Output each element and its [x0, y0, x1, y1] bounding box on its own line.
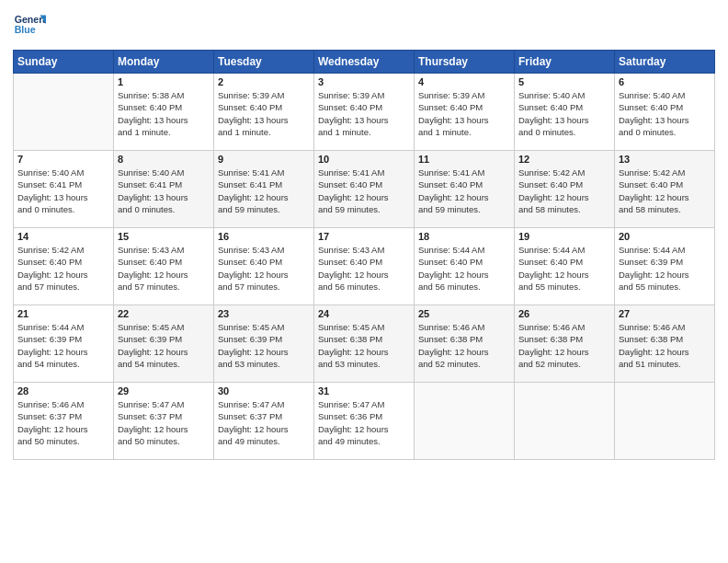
calendar-day-cell: 3Sunrise: 5:39 AM Sunset: 6:40 PM Daylig…	[314, 74, 415, 151]
day-number: 21	[17, 308, 109, 319]
calendar-day-cell: 25Sunrise: 5:46 AM Sunset: 6:38 PM Dayli…	[415, 305, 515, 383]
day-info: Sunrise: 5:43 AM Sunset: 6:40 PM Dayligh…	[218, 244, 310, 293]
calendar-day-cell: 22Sunrise: 5:45 AM Sunset: 6:39 PM Dayli…	[114, 305, 214, 383]
calendar-day-cell: 5Sunrise: 5:40 AM Sunset: 6:40 PM Daylig…	[515, 74, 615, 151]
day-number: 8	[118, 154, 210, 165]
day-info: Sunrise: 5:47 AM Sunset: 6:36 PM Dayligh…	[318, 398, 410, 447]
calendar-day-cell: 24Sunrise: 5:45 AM Sunset: 6:38 PM Dayli…	[314, 305, 415, 383]
day-info: Sunrise: 5:41 AM Sunset: 6:41 PM Dayligh…	[218, 167, 310, 215]
day-info: Sunrise: 5:40 AM Sunset: 6:40 PM Dayligh…	[619, 89, 711, 138]
day-info: Sunrise: 5:45 AM Sunset: 6:39 PM Dayligh…	[118, 321, 210, 370]
day-number: 9	[218, 154, 310, 165]
calendar-day-cell: 12Sunrise: 5:42 AM Sunset: 6:40 PM Dayli…	[515, 151, 615, 228]
calendar-day-cell	[14, 74, 114, 151]
calendar-week-row: 14Sunrise: 5:42 AM Sunset: 6:40 PM Dayli…	[14, 228, 715, 305]
day-number: 6	[619, 76, 711, 87]
day-number: 3	[318, 76, 410, 87]
day-info: Sunrise: 5:46 AM Sunset: 6:38 PM Dayligh…	[619, 321, 711, 370]
day-number: 30	[218, 385, 310, 396]
day-info: Sunrise: 5:42 AM Sunset: 6:40 PM Dayligh…	[518, 167, 610, 215]
calendar-day-cell	[515, 383, 615, 460]
day-of-week-header: Saturday	[615, 51, 715, 74]
calendar-day-cell: 10Sunrise: 5:41 AM Sunset: 6:40 PM Dayli…	[314, 151, 415, 228]
day-info: Sunrise: 5:47 AM Sunset: 6:37 PM Dayligh…	[218, 398, 310, 447]
calendar-day-cell: 28Sunrise: 5:46 AM Sunset: 6:37 PM Dayli…	[14, 383, 114, 460]
day-info: Sunrise: 5:44 AM Sunset: 6:39 PM Dayligh…	[17, 321, 109, 370]
day-info: Sunrise: 5:46 AM Sunset: 6:38 PM Dayligh…	[418, 321, 510, 370]
day-info: Sunrise: 5:44 AM Sunset: 6:40 PM Dayligh…	[418, 244, 510, 293]
day-number: 13	[619, 154, 711, 165]
day-info: Sunrise: 5:43 AM Sunset: 6:40 PM Dayligh…	[118, 244, 210, 293]
day-of-week-header: Tuesday	[214, 51, 314, 74]
calendar-header-row: SundayMondayTuesdayWednesdayThursdayFrid…	[14, 51, 715, 74]
day-of-week-header: Monday	[114, 51, 214, 74]
day-info: Sunrise: 5:46 AM Sunset: 6:37 PM Dayligh…	[17, 398, 109, 447]
calendar-day-cell: 14Sunrise: 5:42 AM Sunset: 6:40 PM Dayli…	[14, 228, 114, 305]
day-number: 22	[118, 308, 210, 319]
day-number: 4	[418, 76, 510, 87]
day-info: Sunrise: 5:39 AM Sunset: 6:40 PM Dayligh…	[418, 89, 510, 138]
day-number: 29	[118, 385, 210, 396]
day-number: 2	[218, 76, 310, 87]
calendar-day-cell: 4Sunrise: 5:39 AM Sunset: 6:40 PM Daylig…	[415, 74, 515, 151]
day-info: Sunrise: 5:42 AM Sunset: 6:40 PM Dayligh…	[619, 167, 711, 215]
day-info: Sunrise: 5:42 AM Sunset: 6:40 PM Dayligh…	[17, 244, 109, 293]
calendar-week-row: 1Sunrise: 5:38 AM Sunset: 6:40 PM Daylig…	[14, 74, 715, 151]
day-number: 28	[17, 385, 109, 396]
day-info: Sunrise: 5:45 AM Sunset: 6:38 PM Dayligh…	[318, 321, 410, 370]
calendar-week-row: 28Sunrise: 5:46 AM Sunset: 6:37 PM Dayli…	[14, 383, 715, 460]
day-info: Sunrise: 5:45 AM Sunset: 6:39 PM Dayligh…	[218, 321, 310, 370]
day-info: Sunrise: 5:40 AM Sunset: 6:40 PM Dayligh…	[518, 89, 610, 138]
calendar-day-cell: 20Sunrise: 5:44 AM Sunset: 6:39 PM Dayli…	[615, 228, 715, 305]
calendar-day-cell: 26Sunrise: 5:46 AM Sunset: 6:38 PM Dayli…	[515, 305, 615, 383]
calendar-day-cell: 21Sunrise: 5:44 AM Sunset: 6:39 PM Dayli…	[14, 305, 114, 383]
calendar-day-cell: 19Sunrise: 5:44 AM Sunset: 6:40 PM Dayli…	[515, 228, 615, 305]
header: General Blue	[13, 9, 715, 42]
calendar-day-cell: 1Sunrise: 5:38 AM Sunset: 6:40 PM Daylig…	[114, 74, 214, 151]
day-info: Sunrise: 5:40 AM Sunset: 6:41 PM Dayligh…	[17, 167, 109, 215]
calendar-day-cell: 15Sunrise: 5:43 AM Sunset: 6:40 PM Dayli…	[114, 228, 214, 305]
day-info: Sunrise: 5:44 AM Sunset: 6:40 PM Dayligh…	[518, 244, 610, 293]
day-number: 11	[418, 154, 510, 165]
day-number: 31	[318, 385, 410, 396]
day-info: Sunrise: 5:44 AM Sunset: 6:39 PM Dayligh…	[619, 244, 711, 293]
day-info: Sunrise: 5:38 AM Sunset: 6:40 PM Dayligh…	[118, 89, 210, 138]
calendar-week-row: 21Sunrise: 5:44 AM Sunset: 6:39 PM Dayli…	[14, 305, 715, 383]
day-of-week-header: Thursday	[415, 51, 515, 74]
calendar-day-cell: 16Sunrise: 5:43 AM Sunset: 6:40 PM Dayli…	[214, 228, 314, 305]
svg-text:General: General	[15, 14, 46, 25]
calendar-day-cell: 30Sunrise: 5:47 AM Sunset: 6:37 PM Dayli…	[214, 383, 314, 460]
day-number: 12	[518, 154, 610, 165]
day-info: Sunrise: 5:41 AM Sunset: 6:40 PM Dayligh…	[418, 167, 510, 215]
day-info: Sunrise: 5:39 AM Sunset: 6:40 PM Dayligh…	[318, 89, 410, 138]
calendar-day-cell: 27Sunrise: 5:46 AM Sunset: 6:38 PM Dayli…	[615, 305, 715, 383]
day-number: 14	[17, 231, 109, 242]
day-of-week-header: Sunday	[14, 51, 114, 74]
day-info: Sunrise: 5:40 AM Sunset: 6:41 PM Dayligh…	[118, 167, 210, 215]
svg-text:Blue: Blue	[15, 24, 36, 35]
day-number: 1	[118, 76, 210, 87]
calendar-day-cell: 8Sunrise: 5:40 AM Sunset: 6:41 PM Daylig…	[114, 151, 214, 228]
day-number: 27	[619, 308, 711, 319]
calendar-day-cell	[615, 383, 715, 460]
calendar-day-cell: 23Sunrise: 5:45 AM Sunset: 6:39 PM Dayli…	[214, 305, 314, 383]
calendar-day-cell: 18Sunrise: 5:44 AM Sunset: 6:40 PM Dayli…	[415, 228, 515, 305]
day-of-week-header: Wednesday	[314, 51, 415, 74]
day-info: Sunrise: 5:41 AM Sunset: 6:40 PM Dayligh…	[318, 167, 410, 215]
day-info: Sunrise: 5:47 AM Sunset: 6:37 PM Dayligh…	[118, 398, 210, 447]
calendar-day-cell: 6Sunrise: 5:40 AM Sunset: 6:40 PM Daylig…	[615, 74, 715, 151]
day-number: 26	[518, 308, 610, 319]
day-number: 24	[318, 308, 410, 319]
day-number: 7	[17, 154, 109, 165]
logo-icon: General Blue	[13, 9, 46, 42]
day-number: 19	[518, 231, 610, 242]
calendar-day-cell: 17Sunrise: 5:43 AM Sunset: 6:40 PM Dayli…	[314, 228, 415, 305]
calendar-day-cell: 11Sunrise: 5:41 AM Sunset: 6:40 PM Dayli…	[415, 151, 515, 228]
calendar-day-cell: 7Sunrise: 5:40 AM Sunset: 6:41 PM Daylig…	[14, 151, 114, 228]
calendar-day-cell: 9Sunrise: 5:41 AM Sunset: 6:41 PM Daylig…	[214, 151, 314, 228]
calendar-week-row: 7Sunrise: 5:40 AM Sunset: 6:41 PM Daylig…	[14, 151, 715, 228]
calendar-day-cell: 13Sunrise: 5:42 AM Sunset: 6:40 PM Dayli…	[615, 151, 715, 228]
day-number: 10	[318, 154, 410, 165]
calendar-day-cell: 31Sunrise: 5:47 AM Sunset: 6:36 PM Dayli…	[314, 383, 415, 460]
day-info: Sunrise: 5:43 AM Sunset: 6:40 PM Dayligh…	[318, 244, 410, 293]
